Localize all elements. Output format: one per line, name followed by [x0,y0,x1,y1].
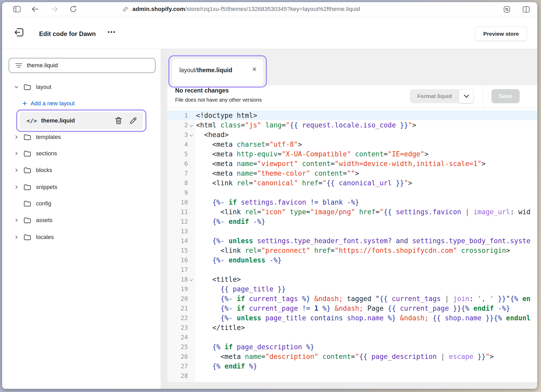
code-line-17[interactable]: 17 [167,265,537,274]
chevron-right-icon[interactable] [14,135,19,139]
fold-spacer [188,265,195,274]
browser-reload-icon[interactable] [69,5,77,13]
preview-store-button[interactable]: Preview store [475,27,527,41]
code-line-15[interactable]: 15 <link rel="preconnect" href="https://… [167,246,537,255]
code-line-7[interactable]: 7 <meta name="theme-color" content=""> [167,168,537,178]
format-dropdown-chevron-icon[interactable] [459,89,474,103]
folder-icon [23,217,31,224]
code-line-12[interactable]: 12 {%- endif -%} [167,217,537,226]
fold-spacer [188,381,195,382]
chevron-right-icon[interactable] [14,151,19,156]
code-line-21[interactable]: 21 {%- if current_page != 1 %} &ndash; P… [167,303,537,313]
gutter-line-number: 23 [167,323,195,332]
line-number: 25 [181,344,188,350]
code-line-11[interactable]: 11 <link rel="icon" type="image/png" hre… [167,207,537,217]
code-line-28[interactable]: 28 [167,371,537,381]
code-line-4[interactable]: 4 <meta charset="utf-8"> [167,139,537,149]
fold-spacer [188,168,195,178]
exit-editor-icon[interactable] [14,27,25,38]
code-line-text [195,332,537,342]
code-line-9[interactable]: 9 [167,188,537,197]
code-line-27[interactable]: 27 {% endif %} [167,361,537,371]
line-number: 2 [184,122,188,128]
code-line-3[interactable]: 3 <head> [167,130,537,139]
gutter-line-number: 11 [167,207,195,217]
code-line-1[interactable]: 1<!doctype html> [167,111,537,120]
code-line-6[interactable]: 6 <meta name="viewport" content="width=d… [167,159,537,168]
sidebar-item-theme-liquid[interactable]: </>theme.liquid [20,112,143,129]
code-line-24[interactable]: 24 [167,332,537,342]
fold-spacer [188,284,195,294]
line-number: 26 [181,353,188,360]
url-path: /store/rzq1xu-f5/themes/132683530345?key… [185,6,360,12]
code-line-16[interactable]: 16 {%- endunless -%} [167,255,537,265]
code-line-26[interactable]: 26 <meta name="description" content="{{ … [167,352,537,361]
chevron-right-icon[interactable] [14,185,19,189]
delete-file-icon[interactable] [115,117,122,125]
browser-split-view-icon[interactable] [522,6,530,13]
gutter-line-number: 9 [167,188,195,197]
chevron-right-icon[interactable] [14,168,19,173]
fold-chevron-icon[interactable] [188,274,195,284]
fold-spacer [188,197,195,207]
code-line-13[interactable]: 13 [167,226,537,236]
browser-sidebar-toggle-icon[interactable] [13,5,21,13]
sidebar-item-config[interactable]: config [2,195,161,212]
code-line-8[interactable]: 8 <link rel="canonical" href="{{ canonic… [167,178,537,188]
code-line-25[interactable]: 25 {% if page_description %} [167,342,537,352]
gutter-line-number: 8 [167,178,195,188]
code-line-text [195,226,537,236]
line-number: 4 [184,141,188,148]
browser-back-icon[interactable] [31,5,39,13]
line-number: 29 [181,382,188,382]
code-line-text [195,371,537,381]
code-line-18[interactable]: 18 <title> [167,274,537,284]
overflow-menu-icon[interactable]: ••• [108,29,116,35]
fold-chevron-icon[interactable] [188,130,195,139]
save-button[interactable]: Save [491,89,520,103]
folder-name-label: sections [36,150,57,157]
chevron-down-icon[interactable] [14,85,19,89]
line-number: 24 [181,334,188,341]
page-title: Edit code for Dawn [39,30,96,38]
line-number: 19 [181,286,188,292]
folder-name-label: assets [36,217,53,224]
code-editor[interactable]: 1<!doctype html>2<html class="js" lang="… [167,108,537,382]
sidebar-item-locales[interactable]: locales [2,229,161,246]
code-line-10[interactable]: 10 {%- if settings.favicon != blank -%} [167,197,537,207]
sidebar-item-assets[interactable]: assets [2,212,161,229]
sidebar-item-blocks[interactable]: blocks [2,162,161,179]
fold-chevron-icon[interactable] [188,120,195,130]
sidebar-item-sections[interactable]: sections [2,145,161,162]
address-bar[interactable]: admin.shopify.com/store/rzq1xu-f5/themes… [122,5,360,13]
line-number: 13 [181,228,188,235]
fold-spacer [188,332,195,342]
code-line-14[interactable]: 14 {%- unless settings.type_header_font.… [167,236,537,246]
chevron-right-icon[interactable] [14,235,19,240]
code-line-text: {%- unless page_title contains shop.name… [195,313,537,323]
code-line-text [195,188,537,197]
rename-file-icon[interactable] [129,117,137,125]
line-number: 1 [184,112,188,119]
code-line-23[interactable]: 23 </title> [167,323,537,332]
line-number: 27 [181,363,188,370]
sidebar-item-layout[interactable]: layout [2,79,161,95]
browser-settings-icon[interactable] [503,6,511,13]
line-number: 11 [181,209,188,215]
file-search-input[interactable]: theme.liquid [9,58,156,73]
format-liquid-button[interactable]: Format liquid [410,89,474,103]
code-line-2[interactable]: 2<html class="js" lang="{{ request.local… [167,120,537,130]
sidebar-item-snippets[interactable]: snippets [2,179,161,195]
code-line-5[interactable]: 5 <meta http-equiv="X-UA-Compatible" con… [167,149,537,159]
chevron-right-icon[interactable] [14,218,19,223]
code-line-29[interactable]: 29 {% render 'meta-tags' %} [167,381,537,382]
code-line-22[interactable]: 22 {%- unless page_title contains shop.n… [167,313,537,323]
line-number: 6 [184,160,188,167]
sidebar-item-templates[interactable]: templates [2,129,161,145]
folder-name-label: templates [36,134,61,140]
code-line-19[interactable]: 19 {{ page_title }} [167,284,537,294]
browser-forward-icon[interactable] [51,5,58,13]
editor-panel: No recent changes File does not have any… [167,85,537,382]
code-line-20[interactable]: 20 {%- if current_tags %} &ndash; tagged… [167,294,537,303]
filter-icon [15,63,22,68]
